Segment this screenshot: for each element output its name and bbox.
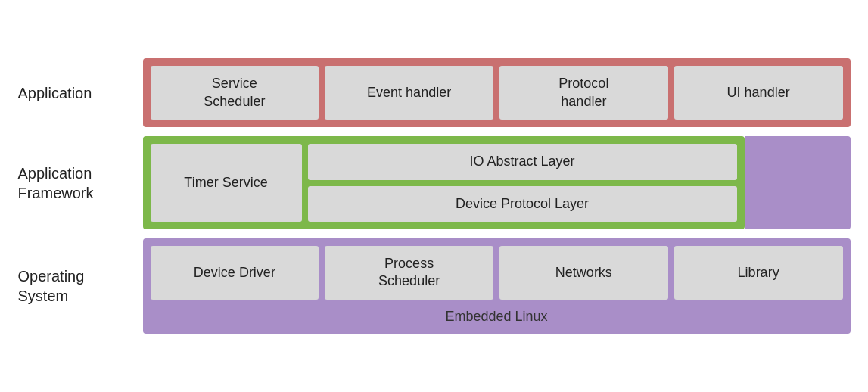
framework-layer-row: ApplicationFramework Timer Service IO Ab…: [18, 136, 851, 229]
application-label: Application: [18, 58, 143, 127]
os-layer-content: Device Driver ProcessScheduler Networks …: [143, 238, 851, 334]
io-abstract-layer-box: IO Abstract Layer: [308, 144, 737, 179]
timer-service-box: Timer Service: [151, 144, 302, 222]
os-boxes-row: Device Driver ProcessScheduler Networks …: [151, 246, 843, 300]
process-scheduler-box: ProcessScheduler: [325, 246, 493, 300]
os-label: OperatingSystem: [18, 238, 143, 334]
event-handler-box: Event handler: [325, 66, 493, 120]
application-layer-row: Application ServiceScheduler Event handl…: [18, 58, 851, 127]
application-layer-content: ServiceScheduler Event handler Protocolh…: [143, 58, 851, 127]
framework-inner: Timer Service IO Abstract Layer Device P…: [151, 144, 737, 222]
framework-outer: Timer Service IO Abstract Layer Device P…: [143, 136, 745, 229]
library-box: Library: [674, 246, 843, 300]
framework-label: ApplicationFramework: [18, 136, 143, 229]
device-driver-box: Device Driver: [151, 246, 319, 300]
device-protocol-layer-box: Device Protocol Layer: [308, 186, 737, 222]
architecture-diagram: Application ServiceScheduler Event handl…: [18, 58, 851, 333]
os-layer-row: OperatingSystem Device Driver ProcessSch…: [18, 238, 851, 334]
protocol-handler-box: Protocolhandler: [499, 66, 668, 120]
framework-row-wrapper: Timer Service IO Abstract Layer Device P…: [143, 136, 851, 229]
purple-right-extension: [745, 136, 851, 229]
embedded-linux-label: Embedded Linux: [151, 306, 843, 326]
networks-box: Networks: [499, 246, 668, 300]
service-scheduler-box: ServiceScheduler: [151, 66, 319, 120]
framework-right: IO Abstract Layer Device Protocol Layer: [308, 144, 737, 222]
ui-handler-box: UI handler: [674, 66, 843, 120]
